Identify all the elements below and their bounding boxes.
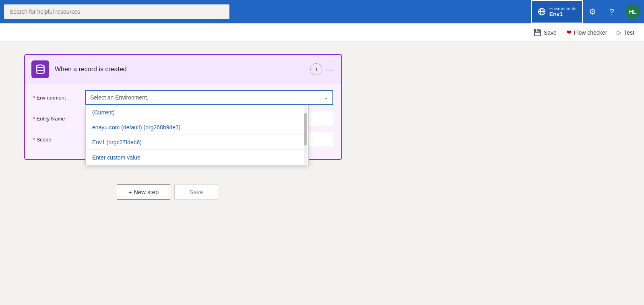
env-badge-text: Environments Env1	[549, 6, 576, 17]
trigger-header: When a record is created i ···	[25, 55, 341, 84]
req-star-3: *	[33, 137, 35, 143]
dropdown-item-current[interactable]: (Current)	[86, 105, 308, 120]
settings-button[interactable]: ⚙	[583, 0, 602, 23]
test-label: Test	[624, 29, 634, 36]
info-icon: i	[316, 66, 317, 73]
more-options-button[interactable]: ···	[326, 65, 335, 74]
question-icon: ?	[609, 7, 614, 17]
scrollbar-thumb	[304, 113, 307, 145]
ellipsis-icon: ···	[326, 65, 335, 74]
topbar: Environments Env1 ⚙ ? HL	[0, 0, 644, 23]
gear-icon: ⚙	[589, 7, 596, 17]
flow-checker-label: Flow checker	[574, 29, 607, 36]
dropdown-item-default[interactable]: enayu.com (default) (org268b9de3)	[86, 120, 308, 135]
env-badge-label: Environments	[549, 6, 576, 11]
environment-label: * Environment	[33, 95, 85, 101]
fields-area: * Environment Select an Environment. ⌄ (…	[25, 84, 341, 159]
environment-switcher[interactable]: Environments Env1	[531, 0, 583, 23]
entity-name-label: * Entity Name	[33, 116, 85, 122]
environment-dropdown-menu: (Current) enayu.com (default) (org268b9d…	[85, 105, 309, 165]
database-icon	[35, 64, 45, 75]
save-label: Save	[544, 29, 557, 36]
trigger-title: When a record is created	[55, 66, 310, 73]
search-input[interactable]	[4, 4, 229, 19]
req-star: *	[33, 95, 35, 101]
test-button[interactable]: ▷ Test	[613, 27, 638, 38]
trigger-icon-wrap	[31, 60, 49, 78]
bottom-actions: + New step Save	[117, 184, 628, 200]
flow-checker-icon: ❤	[566, 29, 572, 36]
env-select-placeholder: Select an Environment.	[90, 94, 149, 101]
scope-label: * Scope	[33, 137, 85, 143]
save-button[interactable]: 💾 Save	[529, 27, 561, 38]
save-icon: 💾	[533, 29, 541, 36]
avatar[interactable]: HL	[625, 4, 640, 19]
trigger-card: When a record is created i ··· * Environ…	[24, 54, 342, 160]
scrollbar-track	[304, 105, 307, 165]
req-star-2: *	[33, 116, 35, 122]
environment-select-button[interactable]: Select an Environment. ⌄	[85, 90, 333, 105]
dropdown-item-env1[interactable]: Env1 (orgc27fdeb6)	[86, 135, 308, 149]
svg-point-3	[36, 65, 44, 68]
environment-select-wrap: Select an Environment. ⌄ (Current) enayu…	[85, 90, 333, 105]
test-icon: ▷	[617, 29, 621, 36]
environment-icon	[537, 7, 546, 16]
env-badge-name: Env1	[549, 11, 576, 17]
toolbar: 💾 Save ❤ Flow checker ▷ Test	[0, 23, 644, 42]
new-step-button[interactable]: + New step	[117, 184, 170, 200]
flow-checker-button[interactable]: ❤ Flow checker	[562, 27, 611, 38]
environment-field-row: * Environment Select an Environment. ⌄ (…	[33, 90, 333, 105]
info-button[interactable]: i	[310, 63, 322, 75]
help-button[interactable]: ?	[602, 0, 621, 23]
canvas: When a record is created i ··· * Environ…	[0, 42, 644, 305]
topbar-right: Environments Env1 ⚙ ? HL	[531, 0, 644, 23]
save-flow-button[interactable]: Save	[174, 184, 218, 200]
dropdown-item-custom[interactable]: Enter custom value	[86, 150, 308, 165]
chevron-down-icon: ⌄	[324, 94, 328, 101]
trigger-header-icons: i ···	[310, 63, 335, 75]
